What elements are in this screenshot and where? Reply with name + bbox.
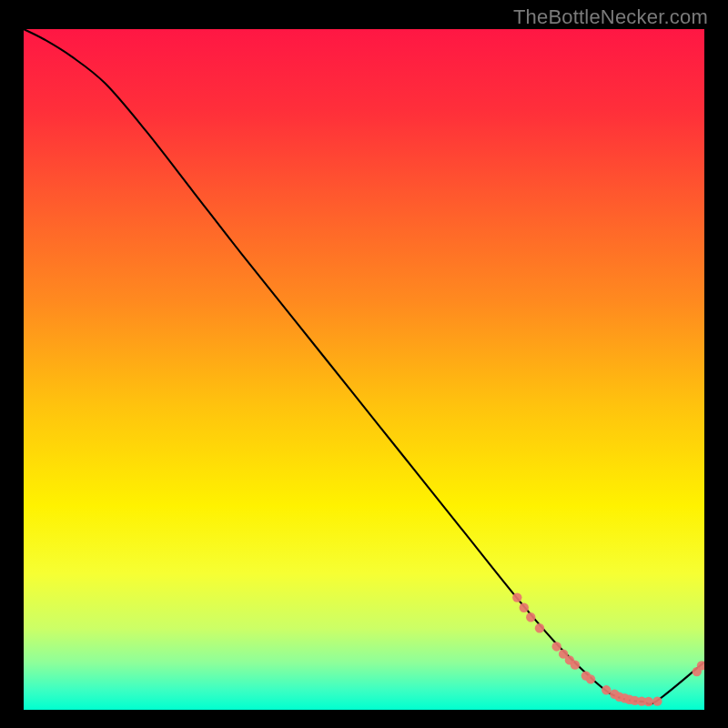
hotspot-point bbox=[652, 696, 662, 705]
hotspot-point bbox=[535, 623, 544, 632]
hotspot-point bbox=[643, 697, 652, 706]
hotspot-point bbox=[526, 612, 535, 622]
chart-stage: TheBottleNecker.com bbox=[0, 0, 728, 728]
hotspot-point bbox=[586, 674, 595, 683]
hotspot-point bbox=[551, 642, 561, 651]
chart-svg bbox=[24, 29, 704, 710]
hotspot-point bbox=[512, 592, 521, 602]
plot-area bbox=[24, 29, 704, 710]
hotspot-point bbox=[520, 603, 529, 612]
watermark-text: TheBottleNecker.com bbox=[513, 5, 708, 29]
gradient-background bbox=[24, 29, 704, 710]
hotspot-point bbox=[602, 685, 611, 694]
hotspot-point bbox=[571, 660, 580, 669]
